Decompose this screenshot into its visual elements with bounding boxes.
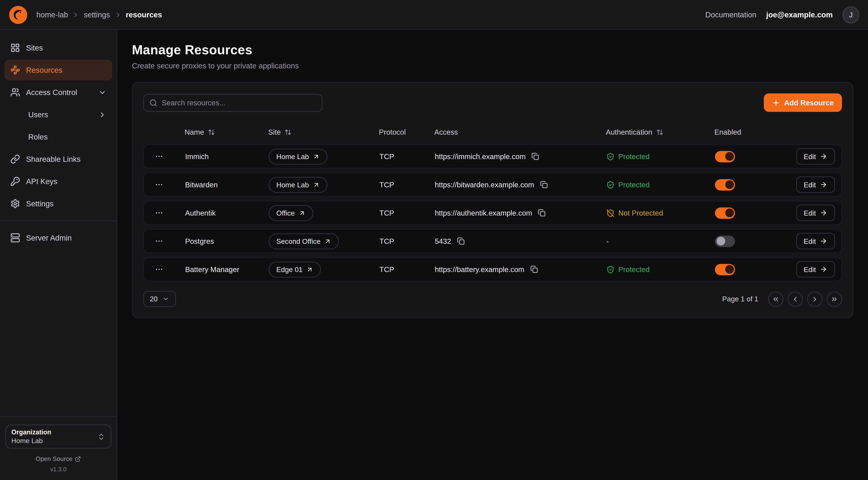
shield-off-icon bbox=[606, 209, 615, 217]
card-toolbar: Add Resource bbox=[143, 93, 842, 112]
protocol: TCP bbox=[379, 237, 435, 245]
edit-button[interactable]: Edit bbox=[796, 233, 835, 249]
protocol: TCP bbox=[379, 152, 435, 160]
ellipsis-icon bbox=[155, 152, 163, 161]
ellipsis-icon bbox=[155, 209, 163, 217]
resources-table: Name Site Protocol Access Authentication bbox=[143, 123, 842, 281]
site-link-button[interactable]: Home Lab bbox=[269, 177, 327, 192]
resource-name: Bitwarden bbox=[174, 181, 269, 189]
sidebar-item-label: Roles bbox=[28, 132, 48, 141]
app-logo-icon[interactable] bbox=[9, 5, 28, 24]
sidebar-item-api-keys[interactable]: API Keys bbox=[4, 171, 112, 192]
user-email[interactable]: joe@example.com bbox=[766, 10, 833, 19]
next-page-button[interactable] bbox=[807, 291, 823, 307]
arrow-up-right-icon bbox=[306, 266, 313, 273]
site-name: Home Lab bbox=[276, 181, 309, 189]
arrow-right-icon bbox=[820, 153, 827, 160]
copy-button[interactable] bbox=[537, 208, 547, 218]
add-resource-button[interactable]: Add Resource bbox=[764, 93, 842, 112]
sidebar-item-label: API Keys bbox=[26, 177, 57, 186]
chevron-down-icon bbox=[98, 88, 106, 96]
enabled-toggle[interactable] bbox=[715, 151, 735, 162]
copy-button[interactable] bbox=[530, 151, 540, 161]
sidebar-item-resources[interactable]: Resources bbox=[4, 60, 112, 80]
edit-button[interactable]: Edit bbox=[796, 261, 835, 277]
sidebar-item-label: Resources bbox=[26, 66, 62, 74]
copy-button[interactable] bbox=[539, 180, 549, 189]
sidebar-item-settings[interactable]: Settings bbox=[4, 193, 112, 214]
first-page-button[interactable] bbox=[768, 291, 783, 307]
page-size-value: 20 bbox=[150, 295, 158, 303]
row-menu-button[interactable] bbox=[153, 235, 165, 248]
users-icon bbox=[10, 87, 20, 97]
waypoints-icon bbox=[10, 65, 20, 75]
sidebar-item-users[interactable]: Users bbox=[4, 104, 112, 125]
site-link-button[interactable]: Home Lab bbox=[269, 149, 327, 164]
row-menu-button[interactable] bbox=[153, 150, 165, 163]
site-link-button[interactable]: Office bbox=[269, 205, 313, 221]
copy-button[interactable] bbox=[529, 264, 539, 274]
enabled-toggle[interactable] bbox=[715, 207, 735, 219]
sort-icon[interactable] bbox=[656, 128, 663, 136]
documentation-link[interactable]: Documentation bbox=[705, 10, 756, 19]
ellipsis-icon bbox=[155, 180, 163, 189]
site-link-button[interactable]: Edge 01 bbox=[269, 262, 321, 277]
breadcrumb-item-settings[interactable]: settings bbox=[84, 10, 110, 19]
org-switcher[interactable]: Organization Home Lab bbox=[5, 425, 111, 449]
sidebar-item-server-admin[interactable]: Server Admin bbox=[4, 228, 112, 248]
chevrons-up-down-icon bbox=[97, 432, 105, 441]
open-source-label: Open Source bbox=[36, 456, 72, 462]
enabled-toggle[interactable] bbox=[715, 264, 735, 275]
gear-icon bbox=[10, 199, 20, 209]
site-link-button[interactable]: Second Office bbox=[269, 233, 339, 249]
last-page-button[interactable] bbox=[827, 291, 842, 307]
enabled-toggle[interactable] bbox=[715, 179, 735, 190]
copy-icon bbox=[457, 237, 465, 245]
main-content: Manage Resources Create secure proxies t… bbox=[117, 30, 868, 480]
sidebar-item-label: Shareable Links bbox=[26, 155, 81, 163]
copy-icon bbox=[540, 181, 548, 188]
ellipsis-icon bbox=[155, 265, 163, 274]
sidebar-item-label: Sites bbox=[26, 43, 43, 52]
sidebar-item-sites[interactable]: Sites bbox=[4, 37, 112, 58]
search-icon bbox=[149, 99, 157, 107]
avatar[interactable]: J bbox=[842, 6, 859, 23]
arrow-up-right-icon bbox=[299, 209, 305, 216]
sort-icon[interactable] bbox=[208, 128, 215, 136]
page-size-select[interactable]: 20 bbox=[143, 291, 176, 307]
chevron-right-icon bbox=[98, 111, 106, 119]
protocol: TCP bbox=[379, 181, 435, 189]
sidebar-item-access-control[interactable]: Access Control bbox=[4, 82, 112, 102]
enabled-toggle[interactable] bbox=[715, 236, 735, 247]
chevron-left-icon bbox=[792, 295, 799, 303]
edit-button[interactable]: Edit bbox=[796, 205, 835, 221]
access-url: https://immich.example.com bbox=[435, 152, 526, 160]
prev-page-button[interactable] bbox=[788, 291, 803, 307]
grid-icon bbox=[10, 43, 20, 53]
header-access: Access bbox=[434, 128, 606, 136]
row-menu-button[interactable] bbox=[153, 263, 165, 276]
edit-button[interactable]: Edit bbox=[796, 148, 835, 164]
header-name: Name bbox=[174, 128, 268, 136]
breadcrumb-item-resources[interactable]: resources bbox=[126, 10, 162, 19]
avatar-initial: J bbox=[849, 11, 853, 19]
row-menu-button[interactable] bbox=[153, 206, 165, 219]
breadcrumb-item-org[interactable]: home-lab bbox=[36, 10, 68, 19]
search-input[interactable] bbox=[143, 94, 322, 112]
sort-icon[interactable] bbox=[285, 128, 292, 136]
copy-button[interactable] bbox=[456, 236, 466, 246]
shield-check-icon bbox=[606, 265, 615, 273]
open-source-link[interactable]: Open Source bbox=[5, 456, 111, 462]
sidebar-nav: Sites Resources Access Control Users bbox=[4, 37, 112, 248]
edit-button[interactable]: Edit bbox=[796, 177, 835, 193]
row-menu-button[interactable] bbox=[153, 178, 165, 191]
resource-name: Immich bbox=[174, 152, 269, 160]
resource-name: Battery Manager bbox=[174, 265, 269, 273]
auth-status-badge: Protected bbox=[606, 265, 650, 273]
sidebar-item-shareable-links[interactable]: Shareable Links bbox=[4, 149, 112, 170]
sidebar-item-roles[interactable]: Roles bbox=[4, 126, 112, 147]
arrow-right-icon bbox=[820, 209, 827, 217]
sidebar-footer: Organization Home Lab Open Source v1.3.0 bbox=[0, 417, 117, 472]
resource-name: Authentik bbox=[174, 209, 269, 217]
breadcrumb: home-lab settings resources bbox=[36, 10, 162, 19]
